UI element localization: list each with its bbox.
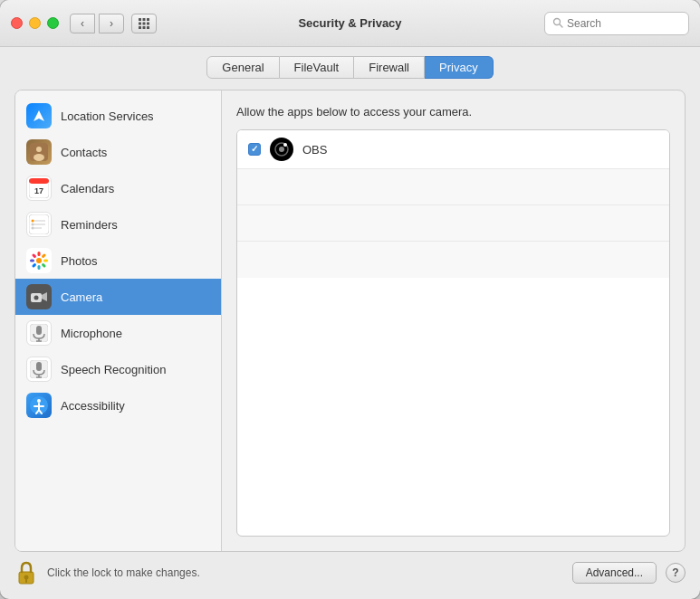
svg-point-46 bbox=[37, 399, 41, 403]
svg-marker-11 bbox=[34, 110, 44, 121]
sidebar-label-accessibility: Accessibility bbox=[61, 399, 125, 413]
sidebar-item-calendars[interactable]: 17 Calendars bbox=[15, 170, 221, 206]
sidebar-item-microphone[interactable]: Microphone bbox=[15, 315, 221, 351]
svg-point-53 bbox=[279, 147, 284, 152]
svg-rect-28 bbox=[43, 260, 48, 262]
traffic-lights bbox=[11, 17, 59, 29]
svg-rect-7 bbox=[143, 26, 146, 29]
sidebar-item-photos[interactable]: Photos bbox=[15, 242, 221, 279]
svg-rect-33 bbox=[32, 253, 37, 259]
sidebar-item-accessibility[interactable]: Accessibility bbox=[15, 387, 221, 423]
tab-firewall[interactable]: Firewall bbox=[354, 56, 425, 79]
svg-rect-8 bbox=[147, 26, 149, 29]
window-title: Security & Privacy bbox=[298, 16, 401, 30]
empty-row-3 bbox=[237, 242, 669, 278]
minimize-button[interactable] bbox=[29, 17, 41, 29]
obs-app-name: OBS bbox=[302, 143, 327, 157]
tab-general[interactable]: General bbox=[206, 56, 279, 79]
help-button[interactable]: ? bbox=[666, 563, 686, 583]
speech-recognition-icon bbox=[26, 357, 52, 382]
svg-rect-29 bbox=[41, 262, 46, 268]
svg-rect-5 bbox=[147, 22, 149, 24]
grid-icon bbox=[138, 17, 150, 30]
sidebar-item-contacts[interactable]: Contacts bbox=[15, 134, 221, 170]
sidebar-label-photos: Photos bbox=[61, 254, 97, 268]
svg-rect-4 bbox=[143, 22, 146, 24]
camera-icon bbox=[26, 284, 52, 309]
nav-buttons: ‹ › bbox=[70, 14, 124, 33]
close-button[interactable] bbox=[11, 17, 23, 29]
sidebar-label-speech: Speech Recognition bbox=[61, 363, 166, 376]
svg-rect-0 bbox=[139, 18, 141, 21]
svg-marker-35 bbox=[42, 292, 47, 301]
svg-point-13 bbox=[36, 147, 42, 152]
tab-privacy[interactable]: Privacy bbox=[425, 56, 494, 79]
advanced-button[interactable]: Advanced... bbox=[572, 562, 657, 584]
photos-icon bbox=[26, 248, 52, 273]
panel-description: Allow the apps below to access your came… bbox=[236, 105, 670, 119]
svg-rect-27 bbox=[41, 253, 46, 259]
svg-text:17: 17 bbox=[34, 186, 43, 195]
obs-app-icon bbox=[270, 138, 293, 161]
svg-rect-26 bbox=[38, 252, 41, 256]
forward-button[interactable]: › bbox=[99, 14, 124, 33]
grid-button[interactable] bbox=[131, 14, 157, 33]
svg-rect-32 bbox=[30, 260, 34, 262]
search-icon bbox=[552, 17, 563, 30]
svg-point-36 bbox=[34, 296, 39, 300]
calendars-icon: 17 bbox=[26, 176, 52, 201]
content-area: Location Services Contacts bbox=[0, 79, 700, 599]
search-input[interactable] bbox=[567, 17, 681, 30]
svg-point-25 bbox=[36, 258, 42, 263]
sidebar-label-reminders: Reminders bbox=[61, 218, 118, 232]
check-icon: ✓ bbox=[251, 145, 258, 154]
accessibility-icon bbox=[26, 393, 52, 418]
back-button[interactable]: ‹ bbox=[70, 14, 95, 33]
app-row-obs: ✓ OBS bbox=[237, 130, 669, 169]
search-box[interactable] bbox=[544, 12, 689, 35]
lock-icon[interactable] bbox=[14, 561, 38, 585]
contacts-icon bbox=[26, 139, 52, 165]
apps-list: ✓ OBS bbox=[236, 129, 670, 537]
svg-point-22 bbox=[32, 220, 34, 223]
svg-point-14 bbox=[34, 154, 44, 161]
svg-rect-16 bbox=[29, 178, 49, 184]
sidebar-item-speech-recognition[interactable]: Speech Recognition bbox=[15, 351, 221, 387]
svg-point-23 bbox=[32, 223, 34, 226]
footer: Click the lock to make changes. Advanced… bbox=[14, 552, 686, 585]
svg-line-10 bbox=[560, 24, 562, 26]
sidebar-label-calendars: Calendars bbox=[61, 182, 114, 195]
main-panel: Location Services Contacts bbox=[14, 90, 686, 552]
obs-checkbox[interactable]: ✓ bbox=[248, 143, 261, 156]
svg-rect-6 bbox=[139, 26, 141, 29]
titlebar: ‹ › Security & Privacy bbox=[0, 0, 700, 47]
sidebar-label-camera: Camera bbox=[61, 290, 102, 304]
svg-rect-1 bbox=[143, 18, 146, 21]
svg-rect-42 bbox=[36, 362, 42, 371]
sidebar-item-reminders[interactable]: Reminders bbox=[15, 206, 221, 242]
window: ‹ › Security & Privacy bbox=[0, 0, 700, 599]
sidebar-label-microphone: Microphone bbox=[61, 327, 122, 340]
svg-rect-3 bbox=[139, 22, 141, 24]
reminders-icon bbox=[26, 212, 52, 237]
svg-rect-38 bbox=[36, 326, 42, 335]
tab-bar: General FileVault Firewall Privacy bbox=[0, 47, 700, 79]
right-panel: Allow the apps below to access your came… bbox=[222, 90, 685, 551]
tab-filevault[interactable]: FileVault bbox=[280, 56, 355, 79]
sidebar-label-contacts: Contacts bbox=[61, 146, 107, 159]
sidebar-item-location-services[interactable]: Location Services bbox=[15, 98, 221, 134]
empty-row-2 bbox=[237, 205, 669, 242]
svg-point-24 bbox=[32, 227, 34, 230]
svg-rect-31 bbox=[32, 262, 37, 268]
svg-point-54 bbox=[283, 143, 287, 147]
lock-text: Click the lock to make changes. bbox=[47, 566, 563, 579]
empty-row-1 bbox=[237, 169, 669, 205]
svg-rect-30 bbox=[38, 265, 41, 270]
sidebar-label-location: Location Services bbox=[61, 109, 154, 123]
sidebar: Location Services Contacts bbox=[15, 90, 222, 551]
sidebar-item-camera[interactable]: Camera bbox=[15, 279, 221, 315]
microphone-icon bbox=[26, 320, 52, 346]
location-services-icon bbox=[26, 103, 52, 128]
svg-rect-2 bbox=[147, 18, 149, 21]
maximize-button[interactable] bbox=[47, 17, 59, 29]
